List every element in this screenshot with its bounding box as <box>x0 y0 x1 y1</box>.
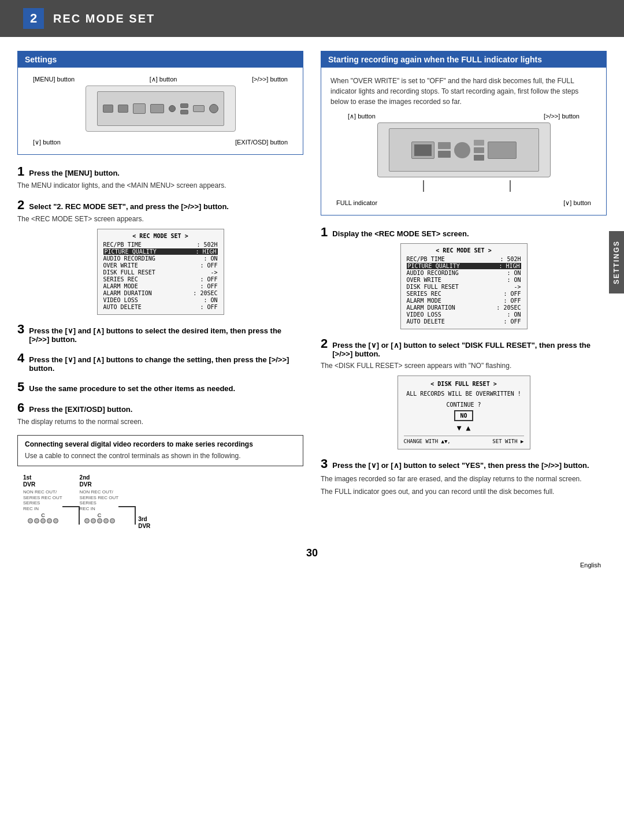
screen-row-9: AUTO DELETE: OFF <box>103 304 218 310</box>
starting-recording-section: Starting recording again when the FULL i… <box>321 51 607 215</box>
step-4-title: Press the [∨] and [∧] buttons to change … <box>29 355 303 373</box>
step-5: 5 Use the same procedure to set the othe… <box>17 381 303 393</box>
step-6-header: 6 Press the [EXIT/OSD] button. <box>17 402 303 414</box>
dial <box>454 142 470 158</box>
step-2-title: Select "2. REC MODE SET", and press the … <box>29 202 229 211</box>
right-step-1: 1 Display the <REC MODE SET> screen. < R… <box>321 226 607 329</box>
right-step-2: 2 Press the [∨] or [∧] button to select … <box>321 337 607 449</box>
step-2-number: 2 <box>17 199 24 211</box>
device-controls <box>411 140 517 161</box>
device-image <box>86 86 236 132</box>
port <box>97 518 102 523</box>
btn-sq-6 <box>180 110 188 114</box>
screen-row-5: SERIES REC: OFF <box>103 276 218 283</box>
device-diagram <box>27 86 294 132</box>
port <box>28 518 33 523</box>
step-1-header: 1 Press the [MENU] button. <box>17 165 303 178</box>
step-5-header: 5 Use the same procedure to set the othe… <box>17 381 303 393</box>
step-3-title: Press the [∨] and [∧] buttons to select … <box>29 326 303 344</box>
step-4-header: 4 Press the [∨] and [∧] buttons to chang… <box>17 352 303 373</box>
btn-a <box>438 142 451 149</box>
down-button-label: [∨] button <box>33 139 61 146</box>
arrow-labels-right: [∧] button [>/>>] button <box>330 113 597 120</box>
r-screen-row-8: VIDEO LOSS: ON <box>407 311 521 318</box>
device-inner <box>97 91 224 126</box>
step-1-body: The MENU indicator lights, and the <MAIN… <box>17 180 303 191</box>
full-device <box>377 122 551 177</box>
dvr1-ports <box>28 518 58 523</box>
full-indicator-diagram <box>377 122 551 195</box>
btn-sq-5 <box>180 103 188 108</box>
dvr2-sub: NON REC OUT/SERIES REC OUTSERIESREC IN <box>80 489 119 511</box>
port <box>84 518 90 523</box>
up-arrow-label: [∧] button <box>348 113 376 120</box>
right-step-1-number: 1 <box>321 226 328 239</box>
right-step-3: 3 Press the [∨] or [∧] button to select … <box>321 458 607 497</box>
dvr-diagram: 1stDVR NON REC OUT/SERIES REC OUTSERIESR… <box>23 474 303 530</box>
step-1: 1 Press the [MENU] button. The MENU indi… <box>17 165 303 191</box>
screen-area <box>411 142 434 159</box>
step-3-header: 3 Press the [∨] and [∧] buttons to selec… <box>17 323 303 344</box>
btn-sq-7 <box>193 105 205 112</box>
rec-mode-set-screen-right: < REC MODE SET > REC/PB TIME: 502H PICTU… <box>400 243 528 329</box>
r-screen-row-9: AUTO DELETE: OFF <box>407 318 521 325</box>
r-screen-row-1: PICTURE QUALITY: HIGH <box>407 263 521 269</box>
step-4-number: 4 <box>17 352 24 365</box>
step-5-title: Use the same procedure to set the other … <box>29 384 235 393</box>
no-row: NO <box>404 410 524 421</box>
full-indicator-labels: FULL indicator [∨] button <box>330 199 597 207</box>
step-3-number: 3 <box>17 323 24 336</box>
starting-recording-intro: When "OVER WRITE" is set to "OFF" and th… <box>330 76 597 107</box>
port <box>34 518 39 523</box>
right-step-2-title: Press the [∨] or [∧] button to select "D… <box>332 341 607 358</box>
left-column: Settings [MENU] button [∧] button [>/>>]… <box>17 51 303 536</box>
c-label-2: C <box>98 512 102 518</box>
right-step-2-header: 2 Press the [∨] or [∧] button to select … <box>321 337 607 358</box>
step-2-body: The <REC MODE SET> screen appears. <box>17 214 303 224</box>
screen-display <box>414 144 432 156</box>
disk-full-message: ALL RECORDS WILL BE OVERWRITTEN ! <box>404 391 524 397</box>
page-number: 30 <box>0 547 624 559</box>
screen-row-1-highlighted: PICTURE QUALITY: HIGH <box>103 248 218 255</box>
screen-row-4: DISK FULL RESET-> <box>103 269 218 276</box>
btn-d <box>474 147 484 153</box>
down-button-label-right: [∨] button <box>563 199 591 207</box>
port <box>47 518 52 523</box>
btn-sq-3 <box>133 103 146 114</box>
step-2: 2 Select "2. REC MODE SET", and press th… <box>17 199 303 315</box>
port <box>91 518 96 523</box>
indicator-arrows <box>377 177 551 195</box>
btn-sq-1 <box>103 105 113 113</box>
vertical-wire-down-2 <box>135 507 136 525</box>
screen-row-7: ALARM DURATION: 20SEC <box>103 290 218 296</box>
step-6-number: 6 <box>17 402 24 414</box>
btn-e <box>474 155 484 161</box>
no-box: NO <box>454 410 473 421</box>
dvr1-label: 1stDVR <box>23 474 35 488</box>
right-step-3-body2: The FULL indicator goes out, and you can… <box>321 486 607 497</box>
dvr1-sub: NON REC OUT/SERIES REC OUTSERIESREC IN <box>23 489 62 511</box>
section-title: REC MODE SET <box>53 12 155 25</box>
screen-row-8: VIDEO LOSS: ON <box>103 297 218 303</box>
right-step-3-body1: The images recorded so far are erased, a… <box>321 474 607 484</box>
right-step-1-title: Display the <REC MODE SET> screen. <box>332 229 469 238</box>
dvr1-unit: 1stDVR NON REC OUT/SERIES REC OUTSERIESR… <box>23 474 62 523</box>
play-arrow-label: [>/>>] button <box>544 113 580 120</box>
screen-row-2: AUDIO RECORDING: ON <box>103 255 218 262</box>
starting-recording-title: Starting recording again when the FULL i… <box>321 51 606 68</box>
dvr2-unit: 2ndDVR NON REC OUT/SERIES REC OUTSERIESR… <box>80 474 119 523</box>
port <box>110 518 115 523</box>
right-step-2-body: The <DISK FULL RESET> screen appears wit… <box>321 360 607 371</box>
r-screen-row-4: DISK FULL RESET-> <box>407 284 521 290</box>
right-step-3-header: 3 Press the [∨] or [∧] button to select … <box>321 458 607 470</box>
step-1-number: 1 <box>17 165 24 178</box>
step-2-header: 2 Select "2. REC MODE SET", and press th… <box>17 199 303 211</box>
r-screen-row-5: SERIES REC: OFF <box>407 291 521 297</box>
page-header: 2 REC MODE SET <box>0 0 624 37</box>
screen-row-3: OVER WRITE: OFF <box>103 262 218 269</box>
right-step-3-number: 3 <box>321 458 328 470</box>
right-column: Starting recording again when the FULL i… <box>321 51 607 536</box>
full-indicator-label: FULL indicator <box>336 199 377 207</box>
button-group-2 <box>474 140 484 161</box>
button-group <box>438 142 451 158</box>
